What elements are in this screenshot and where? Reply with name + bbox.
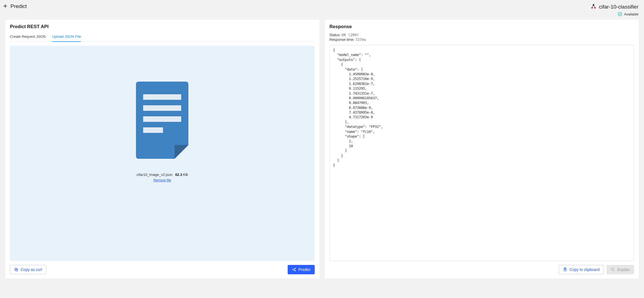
remove-file-link[interactable]: Remove file: [154, 178, 171, 182]
explain-button-label: Explain: [617, 267, 630, 272]
status-label: Status:: [330, 33, 341, 37]
tabs: Create Request JSON Upload JSON File: [10, 33, 315, 42]
clipboard-icon: [563, 267, 567, 272]
uploaded-file-name: cifar10_image_v2.json: [137, 173, 172, 177]
svg-point-7: [618, 12, 622, 16]
upload-dropzone[interactable]: cifar10_image_v2.json 62.3 KB Remove fil…: [10, 46, 315, 261]
predict-button[interactable]: Predict: [288, 265, 315, 274]
explain-button[interactable]: Explain: [606, 265, 634, 274]
response-time-label: Response time:: [330, 37, 354, 42]
response-panel-title: Response: [330, 24, 634, 29]
tab-create-request-json[interactable]: Create Request JSON: [10, 33, 46, 42]
search-icon: [611, 267, 615, 272]
response-body[interactable]: { "model_name": "", "outputs": [ { "data…: [330, 45, 634, 261]
svg-rect-8: [143, 94, 181, 100]
uploaded-file-size-unit: KB: [183, 173, 188, 177]
response-time-value: 727ms: [355, 37, 366, 42]
file-icon: [133, 82, 191, 159]
copy-icon: [14, 267, 18, 272]
send-icon: [292, 267, 296, 272]
svg-rect-10: [143, 116, 181, 122]
svg-point-18: [611, 268, 614, 270]
response-panel: Response Status: OK (200) Response time:…: [325, 20, 639, 279]
predict-panel: Predict REST API Create Request JSON Upl…: [5, 20, 320, 279]
copy-as-curl-button[interactable]: Copy as curl: [10, 265, 46, 274]
page-title: Predict: [10, 3, 27, 9]
plus-icon: [3, 4, 8, 9]
model-name: cifar-10-classifier: [599, 4, 638, 10]
copy-to-clipboard-button[interactable]: Copy to clipboard: [559, 265, 604, 274]
uploaded-file-size: 62.3: [175, 173, 182, 177]
svg-line-6: [594, 5, 595, 8]
svg-rect-9: [143, 105, 181, 111]
model-logo-icon: [590, 3, 597, 10]
availability-label: Available: [624, 12, 638, 16]
availability-status: Available: [618, 12, 638, 16]
status-value: OK (200): [342, 33, 359, 37]
predict-panel-title: Predict REST API: [10, 24, 315, 29]
copy-to-clipboard-label: Copy to clipboard: [570, 267, 600, 272]
copy-as-curl-label: Copy as curl: [21, 267, 42, 272]
svg-line-5: [592, 5, 594, 8]
predict-button-label: Predict: [298, 267, 311, 272]
svg-rect-11: [143, 127, 163, 133]
tab-upload-json-file[interactable]: Upload JSON File: [52, 33, 81, 42]
svg-line-19: [613, 270, 614, 271]
